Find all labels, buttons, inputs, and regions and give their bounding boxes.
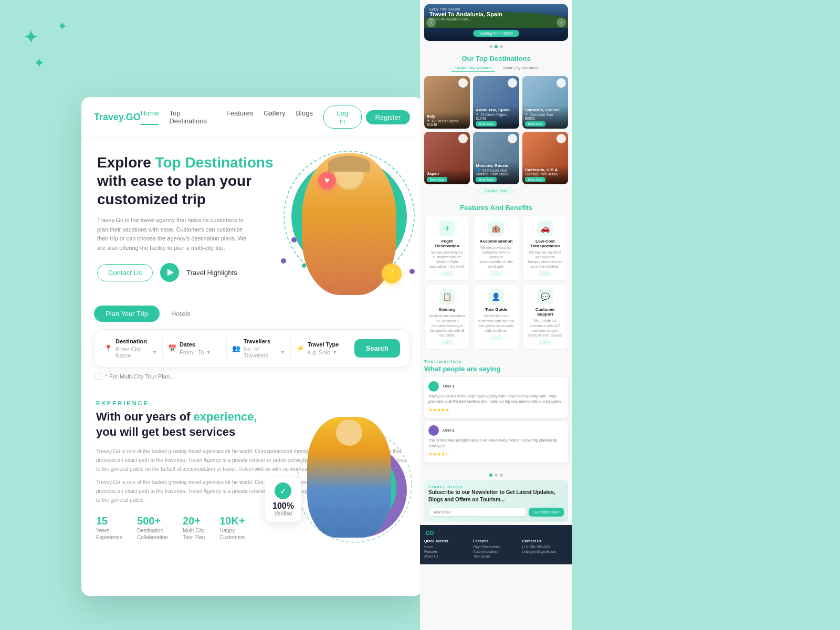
travellers-value[interactable]: No. of Travellers ▼ (244, 346, 285, 359)
tab-plan-your-trip[interactable]: Plan Your Trip (94, 306, 160, 322)
hero-title-line2: with ease to plan your (97, 173, 251, 189)
verified-icon: ✓ (275, 482, 291, 499)
footer-col-contact: Contact Us (+1) 098-765-4321 changyou@gm… (522, 539, 568, 559)
feature-transport-btn[interactable]: → (539, 271, 551, 276)
footer-item-flight[interactable]: Flight Reservation (473, 545, 519, 549)
footer: .GO Quick Access Home Features About Us … (420, 525, 572, 564)
chevron-down-icon-type: ▼ (332, 350, 337, 355)
newsletter-input[interactable] (428, 508, 527, 517)
explore-more-button[interactable]: Explore more (477, 187, 516, 194)
dates-label: Dates (180, 341, 211, 348)
stat-experience-label: YearsExperience (96, 527, 122, 541)
newsletter-subscribe-button[interactable]: Subscribe Now (529, 508, 564, 517)
dest-japan-book[interactable]: Book Now (427, 177, 447, 182)
travel-type-label: Travel Type (308, 341, 339, 348)
footer-col-quick-access: Quick Access Home Features About Us (424, 539, 470, 559)
verified-label: Verified (275, 511, 292, 517)
top-destinations-title: Our Top Destinations (424, 55, 568, 62)
register-button[interactable]: Register (366, 110, 410, 124)
search-button[interactable]: Search (354, 339, 400, 358)
dest-spain-book[interactable]: Book Now (476, 121, 496, 127)
nav-features[interactable]: Features (226, 109, 253, 125)
nav-top-destinations[interactable]: Top Destinations (169, 109, 216, 125)
footer-item-email: changyou@gmail.com (522, 550, 568, 553)
feature-tour-guide-btn[interactable]: → (490, 335, 502, 340)
footer-item-phone: (+1) 098-765-4321 (522, 545, 568, 549)
play-button[interactable] (160, 263, 179, 282)
stat-tour-num: 20+ (183, 515, 205, 527)
test-text-2: The service was exceptional and we loved… (428, 438, 557, 448)
feature-accommodation-btn[interactable]: → (490, 271, 502, 276)
footer-item-about[interactable]: About Us (424, 554, 470, 558)
exp-title-highlight: experience, (194, 410, 257, 423)
features-title: Features And Benefits (424, 204, 568, 212)
tab-hotels[interactable]: Hotels (160, 306, 202, 322)
feature-support: 💬 Customer Support We provide our custom… (522, 284, 568, 349)
banner-book-button[interactable]: Starting From 40000 (473, 30, 519, 37)
footer-item-features[interactable]: Features (424, 550, 470, 553)
logo: Travey.GO (94, 112, 141, 123)
feature-tour-guide: 👤 Tour Guide We facilitate our customers… (473, 284, 519, 349)
newsletter-title: Subscribe to our Newsletter to Get Lates… (428, 489, 564, 503)
destination-value[interactable]: Enter City Name ▼ (116, 346, 157, 359)
nav-home[interactable]: Home (141, 109, 159, 125)
experience-label: EXPERIENCE (96, 400, 408, 406)
dest-greece-fav[interactable]: ♡ (556, 78, 566, 88)
star-decoration-3: ✦ (34, 58, 44, 69)
stat-customers: 10K+ HappyCustomers (219, 515, 245, 541)
banner-arrow-right[interactable]: › (556, 18, 566, 27)
stat-destination-label: DestinationCollaboration (137, 527, 168, 541)
feature-transport: 🚗 Low-Cost Transportation We buy our cus… (522, 216, 568, 281)
test-stars-1: ★★★★★ (428, 407, 564, 414)
multi-city-checkbox[interactable] (94, 373, 101, 380)
dest-italy-fav[interactable]: ♡ (458, 78, 468, 88)
footer-item-accomm[interactable]: Accommodation (473, 550, 519, 553)
stat-experience-num: 15 (96, 515, 122, 527)
divider-2 (226, 339, 227, 358)
dest-japan-fav[interactable]: ♡ (458, 134, 468, 143)
travel-type-value[interactable]: e.g. Solo ▼ (308, 349, 339, 355)
features-title-start: Features And (460, 204, 505, 212)
dest-california-book[interactable]: Book Now (525, 177, 545, 182)
nav-blogs[interactable]: Blogs (296, 109, 313, 125)
tab-buttons: Plan Your Trip Hotels (94, 306, 410, 322)
feature-flight-btn[interactable]: → (442, 271, 453, 276)
divider-1 (162, 339, 163, 358)
dest-greece-book[interactable]: Book Now (525, 121, 545, 127)
dest-russia-fav[interactable]: ♡ (508, 134, 517, 143)
banner-dots (420, 45, 572, 48)
dest-italy-meta: ✈42 Direct Flights (427, 119, 467, 123)
test-dot-1 (489, 474, 492, 477)
experience-wrapper: EXPERIENCE With our years of experience,… (81, 387, 423, 553)
login-button[interactable]: Log in (323, 106, 362, 129)
dates-value[interactable]: From - To ▼ (180, 349, 211, 355)
filter-single-city[interactable]: Single City Vacation (452, 65, 495, 72)
footer-col-quick-title: Quick Access (424, 539, 470, 543)
experience-image-area: ✓ 100% Verified (265, 406, 412, 538)
feature-tour-guide-desc: We facilitate our customers with the bes… (478, 313, 514, 332)
dest-russia-book[interactable]: Book Now (476, 177, 496, 182)
feature-support-btn[interactable]: → (539, 340, 551, 345)
feature-support-title: Customer Support (527, 307, 563, 317)
filter-multi-city[interactable]: Multi City Vacation (500, 65, 541, 72)
dest-card-greece: Santorini, Greece ✈Complete Tour $0001 B… (522, 76, 568, 129)
contact-us-button[interactable]: Contact Us (97, 264, 153, 281)
logo-suffix: GO (126, 112, 141, 122)
navbar: Travey.GO Home Top Destinations Features… (81, 97, 423, 138)
dest-california-name: California, U.S.A (525, 167, 565, 172)
footer-item-guide[interactable]: Tour Guide (473, 554, 519, 558)
feature-itinerary-btn[interactable]: → (442, 340, 453, 345)
test-title-end: are saying (465, 365, 500, 373)
dest-spain-fav[interactable]: ♡ (508, 78, 517, 88)
dest-card-spain: Andalusia, Spain ✈32 Direct Flights $104… (473, 76, 519, 129)
footer-item-home[interactable]: Home (424, 545, 470, 549)
tour-guide-icon: 👤 (488, 289, 504, 304)
banner-arrow-left[interactable]: ‹ (426, 18, 436, 27)
dest-california-fav[interactable]: ♡ (556, 134, 566, 143)
secondary-card: Enjoy This Season Travel To Andalusia, S… (420, 0, 572, 630)
test-dot-2 (495, 474, 498, 477)
travel-type-field: ⚡ Travel Type e.g. Solo ▼ (296, 341, 349, 355)
nav-gallery[interactable]: Gallery (264, 109, 285, 125)
heart-float: ♥ (318, 172, 336, 190)
test-title-start: What (424, 365, 443, 373)
